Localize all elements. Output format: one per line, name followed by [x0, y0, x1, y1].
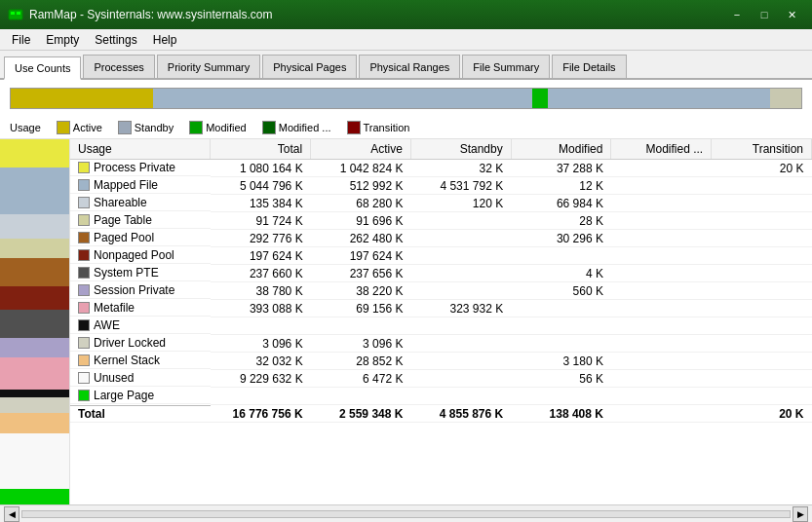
row-modified	[511, 300, 611, 317]
col-total: Total	[211, 139, 311, 160]
row-active: 68 280 K	[311, 195, 411, 212]
legend-transition: Transition	[347, 121, 410, 134]
left-bar-segment	[0, 357, 69, 390]
table-header-row: Usage Total Active Standby Modified Modi…	[70, 139, 812, 160]
row-total: 32 032 K	[211, 353, 311, 370]
row-standby: 4 531 792 K	[410, 177, 511, 195]
row-label: Mapped File	[94, 178, 158, 192]
row-standby	[410, 230, 511, 247]
main-content: Usage Active Standby Modified Modified .…	[0, 80, 812, 522]
close-button[interactable]: ✕	[779, 5, 804, 24]
row-color-swatch	[78, 162, 90, 173]
maximize-button[interactable]: □	[752, 5, 777, 24]
scroll-right-button[interactable]: ▶	[793, 506, 808, 522]
legend-standby-swatch	[118, 121, 132, 134]
svg-rect-0	[9, 10, 22, 19]
legend-usage-label: Usage	[10, 122, 41, 133]
row-color-swatch	[78, 302, 90, 314]
col-usage: Usage	[70, 139, 211, 160]
row-modified: 4 K	[511, 265, 611, 282]
row-color-swatch	[78, 284, 90, 296]
row-active: 38 220 K	[311, 282, 411, 300]
table-row: Paged Pool292 776 K262 480 K30 296 K	[70, 230, 812, 247]
row-modified	[511, 247, 611, 265]
membar-segment	[532, 89, 548, 108]
menu-file[interactable]: File	[4, 30, 38, 50]
tab-file-details[interactable]: File Details	[552, 55, 626, 78]
row-standby: 323 932 K	[410, 300, 511, 317]
row-modified2	[611, 230, 712, 247]
row-modified2	[611, 177, 712, 195]
row-active: 28 852 K	[311, 353, 411, 370]
total-modified2	[611, 405, 712, 423]
table-container[interactable]: Usage Total Active Standby Modified Modi…	[70, 139, 812, 504]
row-modified2	[611, 335, 712, 353]
row-modified2	[611, 282, 712, 300]
row-label: Shareable	[94, 196, 147, 209]
col-modified: Modified	[511, 139, 611, 160]
legend-standby-label: Standby	[135, 122, 174, 133]
tab-physical-ranges[interactable]: Physical Ranges	[359, 55, 460, 78]
row-total: 5 044 796 K	[211, 177, 311, 195]
total-total: 16 776 756 K	[211, 405, 311, 423]
row-color-swatch	[78, 197, 90, 208]
usage-table: Usage Total Active Standby Modified Modi…	[70, 139, 812, 423]
legend-active: Active	[57, 121, 102, 134]
left-bar-segment	[0, 397, 69, 413]
tab-processes[interactable]: Processes	[83, 55, 154, 78]
row-label: Large Page	[94, 389, 154, 402]
tab-file-summary[interactable]: File Summary	[462, 55, 550, 78]
legend-modified: Modified	[189, 121, 247, 134]
row-total: 197 624 K	[211, 247, 311, 265]
row-total: 38 780 K	[211, 282, 311, 300]
table-total-row: Total16 776 756 K2 559 348 K4 855 876 K1…	[70, 405, 812, 423]
scroll-left-button[interactable]: ◀	[4, 506, 19, 522]
row-color-swatch	[78, 267, 90, 279]
total-standby: 4 855 876 K	[410, 405, 511, 423]
row-transition: 20 K	[712, 160, 812, 177]
legend: Usage Active Standby Modified Modified .…	[0, 117, 812, 139]
legend-modified-swatch	[189, 121, 203, 134]
col-modified2: Modified ...	[611, 139, 712, 160]
row-label: System PTE	[94, 266, 159, 280]
row-active: 91 696 K	[311, 212, 411, 230]
scroll-track[interactable]	[21, 510, 791, 518]
row-color-swatch	[78, 319, 90, 331]
col-active: Active	[311, 139, 411, 160]
row-total: 91 724 K	[211, 212, 311, 230]
left-bar-segment	[0, 286, 69, 310]
legend-active-swatch	[57, 121, 70, 134]
row-modified2	[611, 300, 712, 317]
row-transition	[712, 265, 812, 282]
legend-modified2-swatch	[262, 121, 276, 134]
table-row: Session Private38 780 K38 220 K560 K	[70, 282, 812, 300]
table-row: Page Table91 724 K91 696 K28 K	[70, 212, 812, 230]
row-color-swatch	[78, 214, 90, 226]
tab-priority-summary[interactable]: Priority Summary	[157, 55, 260, 78]
row-color-swatch	[78, 179, 90, 191]
row-transition	[712, 370, 812, 388]
row-standby	[410, 388, 511, 405]
horizontal-scrollbar[interactable]: ◀ ▶	[0, 504, 812, 522]
tab-use-counts[interactable]: Use Counts	[4, 56, 81, 80]
row-active: 237 656 K	[311, 265, 411, 282]
menu-help[interactable]: Help	[145, 30, 185, 50]
col-transition: Transition	[712, 139, 812, 160]
legend-usage: Usage	[10, 122, 41, 133]
row-label: Driver Locked	[94, 336, 166, 350]
row-active: 1 042 824 K	[311, 160, 411, 177]
legend-modified2: Modified ...	[262, 121, 331, 134]
tab-physical-pages[interactable]: Physical Pages	[262, 55, 357, 78]
row-transition	[712, 282, 812, 300]
menu-empty[interactable]: Empty	[38, 30, 87, 50]
row-total: 292 776 K	[211, 230, 311, 247]
menu-settings[interactable]: Settings	[87, 30, 144, 50]
right-content: Usage Total Active Standby Modified Modi…	[70, 139, 812, 504]
row-transition	[712, 230, 812, 247]
row-active: 69 156 K	[311, 300, 411, 317]
minimize-button[interactable]: −	[724, 5, 750, 24]
left-bar-segment	[0, 239, 69, 258]
row-active: 3 096 K	[311, 335, 411, 353]
row-modified2	[611, 317, 712, 335]
row-total: 3 096 K	[211, 335, 311, 353]
